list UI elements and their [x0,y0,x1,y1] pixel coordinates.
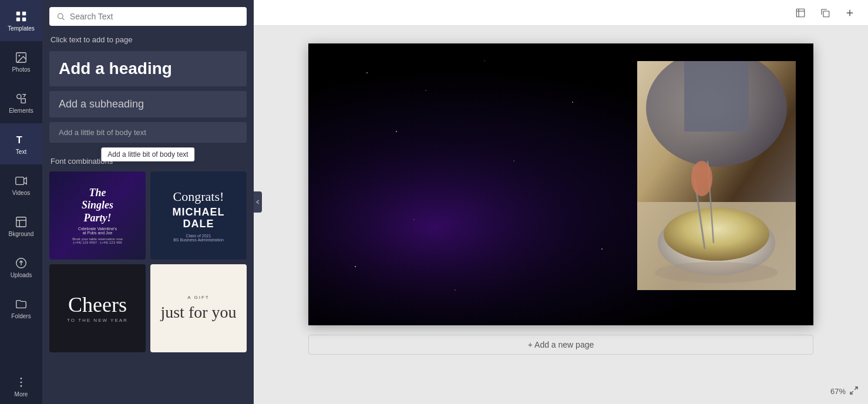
svg-line-47 [854,387,857,390]
svg-point-30 [484,60,485,61]
font-card-congrats[interactable]: Congrats! MICHAELDALE Class of 2021BS Bu… [150,171,247,260]
sidebar-item-uploads[interactable]: Uploads [0,247,42,288]
sidebar-label-photos: Photos [12,66,30,73]
svg-point-15 [21,378,22,379]
sidebar-item-templates[interactable]: Templates [0,0,42,41]
svg-rect-10 [16,217,26,227]
svg-point-32 [513,160,514,161]
grid-icon [15,10,28,23]
svg-point-45 [691,161,712,196]
svg-point-6 [17,94,21,98]
sidebar-label-videos: Videos [12,190,30,196]
panel-content: Click text to add to page Add a heading … [42,31,254,404]
sidebar-label-elements: Elements [9,107,33,114]
svg-text:T: T [16,134,22,144]
zoom-expand-button[interactable] [849,386,859,397]
svg-rect-2 [16,17,20,21]
font-card-cheers[interactable]: Cheers TO THE NEW YEAR [49,264,146,352]
svg-point-33 [601,248,603,250]
svg-rect-1 [22,11,26,15]
sidebar-item-text[interactable]: T Text [0,123,42,164]
svg-point-27 [366,72,368,73]
svg-point-29 [396,131,397,132]
svg-point-18 [58,14,63,19]
svg-rect-0 [16,11,20,15]
svg-point-16 [21,381,22,383]
svg-point-46 [655,262,778,283]
add-page-button[interactable]: + Add a new page [308,335,813,355]
chevron-left-icon [255,199,261,205]
shapes-icon [15,92,28,105]
svg-point-34 [413,219,414,220]
search-area [42,0,254,31]
food-photo-svg [637,61,796,290]
svg-point-42 [664,208,769,261]
svg-point-17 [21,385,22,387]
add-heading-button[interactable]: Add a heading [49,51,247,86]
sidebar-item-photos[interactable]: Photos [0,41,42,82]
svg-point-36 [455,289,456,291]
add-subheading-button[interactable]: Add a subheading [49,91,247,117]
background-icon [15,216,28,228]
search-icon [56,12,65,21]
folder-icon [15,298,28,311]
frame-button[interactable] [792,4,809,22]
font-combinations-grid: TheSinglesParty! Celebrate Valentine'sat… [49,171,247,352]
canvas-toolbar [254,0,868,26]
zoom-indicator: 67% [830,386,859,397]
svg-rect-7 [21,99,25,103]
canvas-page[interactable] [308,43,813,325]
svg-point-31 [572,102,573,103]
copy-icon [820,8,830,18]
svg-point-5 [18,55,20,56]
image-icon [15,51,28,64]
search-input[interactable] [70,12,240,21]
sidebar: Templates Photos Elements T Text Videos [0,0,42,404]
text-icon: T [15,133,28,146]
frame-icon [795,8,806,18]
sidebar-item-background[interactable]: Bkground [0,206,42,247]
svg-point-35 [355,266,356,267]
add-body-button[interactable]: Add a little bit of body text Add a litt… [49,122,247,143]
svg-point-28 [425,90,426,91]
expand-icon [849,386,859,395]
svg-rect-39 [684,61,749,132]
svg-rect-20 [796,9,805,17]
sidebar-label-uploads: Uploads [11,272,32,278]
canvas-scroll[interactable]: + Add a new page [254,26,868,404]
sidebar-label-text: Text [16,149,26,155]
canvas-area: + Add a new page 67% [254,0,868,404]
search-box[interactable] [49,7,247,26]
more-dots-icon [15,376,28,389]
add-element-button[interactable] [841,4,859,22]
panel-collapse-button[interactable] [254,191,262,213]
svg-rect-3 [22,17,26,21]
svg-rect-23 [823,11,829,17]
sidebar-label-background: Bkground [9,231,34,237]
sidebar-label-templates: Templates [8,25,35,32]
text-panel: Click text to add to page Add a heading … [42,0,254,404]
sidebar-label-folders: Folders [11,313,31,319]
canvas-food-photo[interactable] [637,61,796,290]
copy-button[interactable] [816,4,834,22]
sidebar-item-videos[interactable]: Videos [0,164,42,206]
font-card-singles[interactable]: TheSinglesParty! Celebrate Valentine'sat… [49,171,146,260]
svg-rect-9 [16,177,24,184]
add-icon [845,8,855,18]
upload-icon [15,257,28,270]
font-card-gift[interactable]: A GIFT just for you [150,264,247,352]
sidebar-more-button[interactable]: More [0,369,42,404]
svg-line-19 [62,18,64,20]
zoom-label: 67% [830,387,846,396]
click-hint-text: Click text to add to page [49,35,247,44]
sidebar-item-elements[interactable]: Elements [0,82,42,123]
body-tooltip: Add a little bit of body text [101,147,194,161]
sidebar-more-label: More [15,391,28,398]
video-icon [15,174,28,187]
sidebar-item-folders[interactable]: Folders [0,288,42,329]
svg-line-48 [850,391,853,394]
